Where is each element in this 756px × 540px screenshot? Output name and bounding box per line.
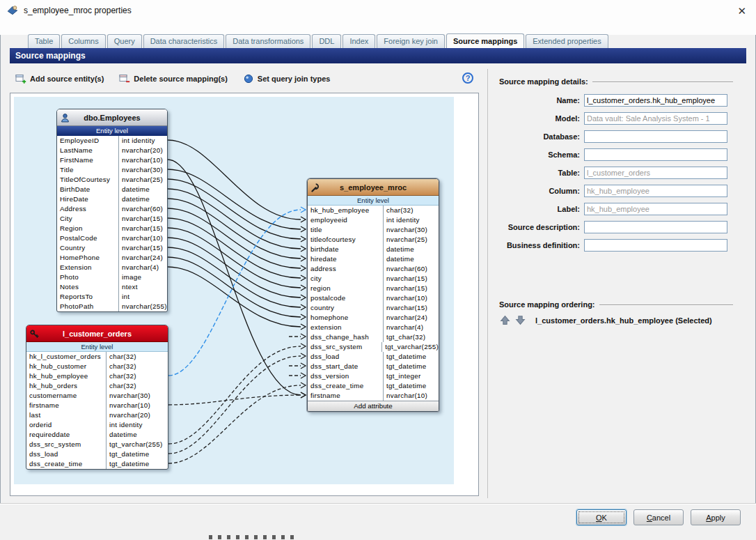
cancel-button[interactable]: Cancel — [633, 509, 684, 525]
mapping-connection[interactable] — [168, 179, 301, 239]
attribute-row[interactable]: dss_loadtgt_datetime — [308, 352, 439, 362]
mapping-connection[interactable] — [168, 199, 301, 259]
attribute-row[interactable]: homephonenvarchar(24) — [308, 313, 439, 323]
attribute-row[interactable]: Titlenvarchar(30) — [57, 165, 167, 175]
tab-columns[interactable]: Columns — [61, 34, 105, 48]
move-down-icon[interactable] — [514, 314, 526, 326]
entity-l_customer_orders[interactable]: l_customer_ordersEntity levelhk_l_custom… — [26, 325, 168, 470]
business-definition-input[interactable] — [584, 239, 727, 252]
tab-foreign-key-join[interactable]: Foreign key join — [377, 34, 445, 48]
attribute-row[interactable]: dss_loadtgt_datetime — [26, 449, 168, 459]
name-input[interactable] — [584, 94, 727, 107]
move-up-icon[interactable] — [499, 314, 511, 326]
attribute-row[interactable]: Countrynvarchar(15) — [57, 243, 167, 253]
tab-source-mappings[interactable]: Source mappings — [446, 33, 524, 48]
mapping-connection[interactable] — [168, 140, 301, 219]
attribute-row[interactable]: hk_l_customer_orderschar(32) — [26, 352, 168, 362]
table-input[interactable] — [584, 167, 727, 179]
attribute-row[interactable]: hk_hub_orderschar(32) — [26, 381, 168, 391]
attribute-row[interactable]: dss_versiontgt_integer — [308, 371, 439, 381]
attribute-row[interactable]: HireDatedatetime — [57, 194, 167, 204]
mapping-connection[interactable] — [168, 210, 301, 376]
attribute-row[interactable]: requireddatedatetime — [26, 430, 168, 440]
attribute-row[interactable]: employeeidint identity — [308, 215, 439, 225]
attribute-row[interactable]: titlenvarchar(30) — [308, 225, 439, 235]
delete-source-mapping-button[interactable]: Delete source mapping(s) — [119, 73, 227, 84]
attribute-row[interactable]: hk_hub_customerchar(32) — [26, 362, 168, 371]
add-source-entity-button[interactable]: Add source entity(s) — [15, 73, 104, 84]
model-input[interactable] — [584, 112, 727, 125]
attribute-row[interactable]: PhotoPathnvarchar(255) — [57, 302, 167, 311]
tab-query[interactable]: Query — [107, 34, 142, 48]
add-attribute-button[interactable]: Add attribute — [308, 401, 439, 411]
tab-extended-properties[interactable]: Extended properties — [526, 34, 608, 48]
attribute-row[interactable]: lastnvarchar(20) — [26, 410, 168, 420]
database-input[interactable] — [584, 130, 727, 143]
attribute-row[interactable]: regionnvarchar(15) — [308, 284, 439, 293]
attribute-row[interactable]: extensionnvarchar(4) — [308, 323, 439, 332]
attribute-row[interactable]: Addressnvarchar(60) — [57, 204, 167, 214]
attribute-row[interactable]: dss_create_timetgt_datetime — [26, 459, 168, 469]
attribute-row[interactable]: Extensionnvarchar(4) — [57, 263, 167, 272]
column-label: Column: — [499, 187, 584, 195]
attribute-row[interactable]: Regionnvarchar(15) — [57, 224, 167, 233]
attribute-row[interactable]: FirstNamenvarchar(10) — [57, 155, 167, 165]
attribute-row[interactable]: addressnvarchar(60) — [308, 264, 439, 274]
ok-button[interactable]: OK — [576, 509, 627, 525]
attribute-row[interactable]: ReportsToint — [57, 292, 167, 302]
attribute-row[interactable]: dss_src_systemtgt_varchar(255) — [26, 440, 168, 449]
attribute-row[interactable]: dss_start_datetgt_datetime — [308, 362, 439, 371]
tab-index[interactable]: Index — [342, 34, 375, 48]
apply-button[interactable]: Apply — [691, 509, 741, 525]
attribute-row[interactable]: dss_change_hashtgt_char(32) — [308, 332, 439, 342]
label-input[interactable] — [584, 203, 727, 215]
mapping-connection[interactable] — [168, 395, 301, 405]
attribute-row[interactable]: firstnamenvarchar(10) — [26, 401, 168, 410]
attribute-row[interactable]: Notesntext — [57, 282, 167, 292]
attribute-row[interactable]: dss_create_timetgt_datetime — [308, 381, 439, 391]
attribute-row[interactable]: EmployeeIDint identity — [57, 136, 167, 146]
entity-s_employee_mroc[interactable]: s_employee_mrocEntity levelhk_hub_employ… — [307, 178, 439, 412]
attribute-row[interactable]: LastNamenvarchar(20) — [57, 146, 167, 155]
mapping-connection[interactable] — [168, 169, 301, 229]
attribute-row[interactable]: titleofcourtesynvarchar(25) — [308, 235, 439, 245]
mapping-connection[interactable] — [168, 385, 301, 463]
entity-dbo_employees[interactable]: dbo.EmployeesEntity levelEmployeeIDint i… — [56, 109, 168, 312]
tab-data-characteristics[interactable]: Data characteristics — [143, 34, 225, 48]
attribute-row[interactable]: BirthDatedatetime — [57, 185, 167, 194]
attribute-row[interactable]: HomePhonenvarchar(24) — [57, 253, 167, 263]
help-icon[interactable]: ? — [462, 72, 473, 84]
attribute-row[interactable]: countrynvarchar(15) — [308, 303, 439, 313]
attribute-row[interactable]: hk_hub_employeechar(32) — [26, 371, 168, 381]
entity-header[interactable]: l_customer_orders — [26, 325, 168, 342]
entity-header[interactable]: dbo.Employees — [57, 109, 167, 126]
tab-data-transformations[interactable]: Data transformations — [226, 34, 310, 48]
attribute-row[interactable]: Photoimage — [57, 272, 167, 282]
attribute-row[interactable]: orderidint identity — [26, 420, 168, 430]
attribute-row[interactable]: firstnamenvarchar(10) — [308, 391, 439, 401]
attribute-row[interactable]: postalcodenvarchar(10) — [308, 293, 439, 303]
mapping-connection[interactable] — [168, 356, 301, 454]
attribute-row[interactable]: citynvarchar(15) — [308, 274, 439, 284]
attribute-row[interactable]: birthdatedatetime — [308, 245, 439, 254]
entity-header[interactable]: s_employee_mroc — [308, 179, 439, 196]
tab-ddl[interactable]: DDL — [312, 34, 341, 48]
mapping-connection[interactable] — [168, 160, 301, 395]
attribute-row[interactable]: customernamenvarchar(30) — [26, 391, 168, 401]
attribute-row[interactable]: hk_hub_employeechar(32) — [308, 206, 439, 215]
ordering-item[interactable]: l_customer_orders.hk_hub_employee (Selec… — [535, 316, 712, 325]
column-input[interactable] — [584, 185, 727, 197]
source-description-input[interactable] — [584, 221, 727, 233]
tab-table[interactable]: Table — [28, 34, 60, 48]
mapping-connection[interactable] — [168, 189, 301, 249]
close-icon[interactable]: ✕ — [737, 6, 746, 16]
attribute-row[interactable]: dss_src_systemtgt_varchar(255) — [308, 342, 439, 352]
diagram-canvas[interactable]: dbo.EmployeesEntity levelEmployeeIDint i… — [14, 97, 454, 484]
set-query-join-types-button[interactable]: Set query join types — [243, 73, 331, 84]
attribute-row[interactable]: PostalCodenvarchar(10) — [57, 233, 167, 243]
attribute-row[interactable]: Citynvarchar(15) — [57, 214, 167, 224]
schema-input[interactable] — [584, 148, 727, 161]
mapping-connection[interactable] — [168, 208, 301, 268]
attribute-row[interactable]: hiredatedatetime — [308, 254, 439, 264]
attribute-row[interactable]: TitleOfCourtesynvarchar(25) — [57, 175, 167, 185]
